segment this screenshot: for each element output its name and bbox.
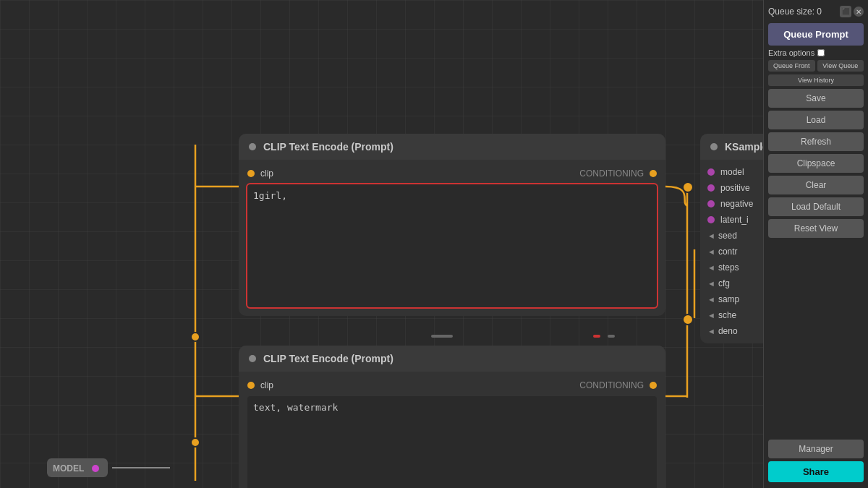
ksampler-seed-label: seed (718, 231, 737, 241)
negative-port-dot (707, 200, 715, 207)
ksampler-model-label: model (720, 167, 744, 177)
extra-options-label: Extra options (768, 48, 814, 57)
clip-encode-2-header: CLIP Text Encode (Prompt) (239, 346, 665, 372)
refresh-button[interactable]: Refresh (768, 132, 864, 151)
latent-port-dot (707, 216, 715, 223)
wire-junction-1 (190, 332, 200, 342)
clip-encode-node-2: CLIP Text Encode (Prompt) clip CONDITION… (239, 346, 665, 488)
left-port-group-2: clip (247, 380, 273, 390)
model-output-dot (92, 465, 99, 472)
clip-port-dot-2 (247, 382, 255, 389)
model-port-dot (707, 168, 715, 176)
clip-encode-1-header: CLIP Text Encode (Prompt) (239, 134, 665, 160)
ksampler-negative-label: negative (720, 199, 753, 209)
clip-encode-1-title: CLIP Text Encode (Prompt) (263, 141, 393, 153)
conditioning-label-1: CONDITIONING (579, 168, 644, 179)
clip-port-label-1: clip (260, 168, 273, 179)
conditioning-dot-2 (650, 382, 657, 389)
clip-encode-2-body: clip CONDITIONING text, watermark (239, 372, 665, 488)
wire-junction-right-1 (682, 181, 694, 193)
right-port-group-1: CONDITIONING (579, 168, 657, 179)
right-panel: Queue size: 0 ⬛ ✕ Queue Prompt Extra opt… (763, 0, 868, 488)
ksampler-status-dot (710, 143, 718, 150)
load-button[interactable]: Load (768, 111, 864, 129)
share-button[interactable]: Share (768, 461, 864, 482)
clip-encode-2-title: CLIP Text Encode (Prompt) (263, 353, 393, 364)
right-port-group-2: CONDITIONING (579, 380, 657, 390)
extra-options-row: Extra options (768, 48, 864, 57)
ksampler-deno-label: deno (718, 326, 738, 336)
clip-encode-2-port-row: clip CONDITIONING (247, 380, 657, 390)
clip-encode-2-text: text, watermark (253, 402, 338, 413)
conditioning-label-2: CONDITIONING (579, 380, 644, 390)
queue-prompt-button[interactable]: Queue Prompt (768, 23, 864, 46)
queue-front-button[interactable]: Queue Front (768, 60, 815, 72)
seed-arrow: ◄ (707, 231, 715, 240)
clip-encode-1-body: clip CONDITIONING 1girl, (239, 160, 665, 316)
clip-port-label-2: clip (260, 380, 273, 390)
ksampler-cfg-label: cfg (718, 278, 730, 288)
conditioning-dot-1 (650, 170, 657, 177)
ksampler-positive-label: positive (720, 183, 750, 193)
samp-arrow: ◄ (707, 295, 715, 304)
model-box: MODEL (47, 458, 108, 477)
panel-header: Queue size: 0 ⬛ ✕ (768, 6, 864, 17)
clip-encode-2-textarea[interactable]: text, watermark (247, 396, 657, 488)
model-section: MODEL (47, 458, 170, 477)
clear-button[interactable]: Clear (768, 176, 864, 194)
wire-junction-right-2 (682, 314, 694, 325)
clip-encode-1-port-row: clip CONDITIONING (247, 168, 657, 179)
cfg-arrow: ◄ (707, 279, 715, 288)
manager-button[interactable]: Manager (768, 440, 864, 458)
sche-arrow: ◄ (707, 311, 715, 320)
ksampler-steps-label: steps (718, 262, 739, 273)
panel-close-button[interactable]: ✕ (854, 7, 864, 17)
model-wire (112, 467, 170, 468)
clip-port-dot-1 (247, 170, 255, 177)
panel-spacer (768, 241, 864, 437)
contr-arrow: ◄ (707, 247, 715, 256)
ksampler-samp-label: samp (718, 294, 739, 304)
wire-junction-2 (190, 437, 200, 448)
panel-badge: ⬛ (840, 6, 851, 17)
ksampler-sche-label: sche (718, 310, 736, 320)
clip-encode-node-1: CLIP Text Encode (Prompt) clip CONDITION… (239, 134, 665, 316)
clipspace-button[interactable]: Clipspace (768, 154, 864, 173)
positive-port-dot (707, 184, 715, 192)
steps-arrow: ◄ (707, 263, 715, 272)
view-history-button[interactable]: View History (768, 74, 864, 86)
sub-buttons-row: Queue Front View Queue (768, 60, 864, 72)
left-port-group: clip (247, 168, 273, 179)
clip-encode-1-status-dot (249, 143, 256, 150)
deno-arrow: ◄ (707, 327, 715, 335)
clip-encode-2-status-dot (249, 355, 256, 362)
reset-view-button[interactable]: Reset View (768, 219, 864, 238)
save-button[interactable]: Save (768, 89, 864, 108)
extra-options-checkbox[interactable] (817, 49, 825, 56)
clip-encode-1-text: 1girl, (253, 190, 287, 201)
panel-header-controls: ⬛ ✕ (838, 6, 864, 17)
ksampler-latent-label: latent_i (720, 215, 749, 225)
clip-encode-1-textarea[interactable]: 1girl, (247, 184, 657, 307)
load-default-button[interactable]: Load Default (768, 197, 864, 216)
model-label: MODEL (53, 463, 84, 474)
ksampler-contr-label: contr (718, 247, 738, 257)
queue-size-label: Queue size: 0 (768, 7, 822, 17)
view-queue-button[interactable]: View Queue (817, 60, 864, 72)
